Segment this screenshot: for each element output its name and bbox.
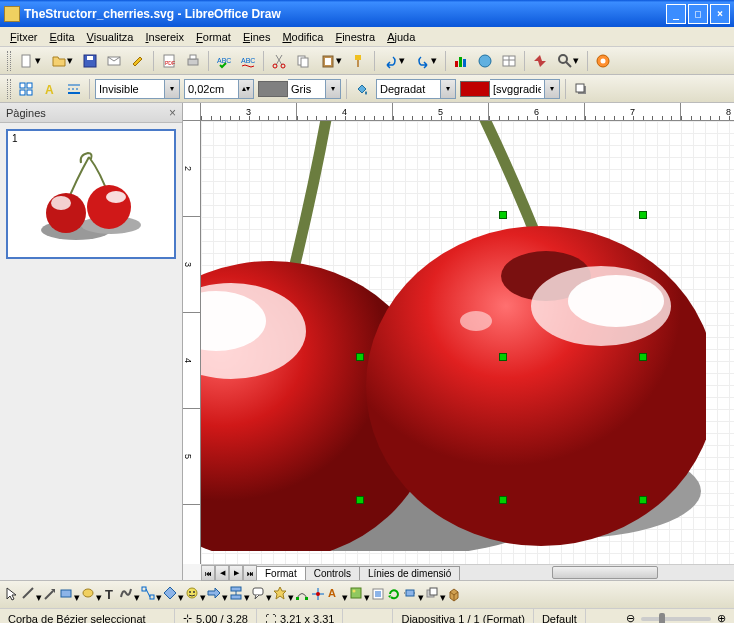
from-file-tool[interactable]: ▾ bbox=[348, 585, 370, 604]
pages-panel-title: Pàgines bbox=[6, 107, 46, 119]
save-button[interactable] bbox=[79, 50, 101, 72]
arrow-tool[interactable] bbox=[42, 586, 58, 604]
zoom-out-button[interactable]: ⊖ bbox=[626, 612, 635, 623]
ruler-horizontal[interactable]: 345678 bbox=[201, 103, 734, 121]
titlebar: TheStructorr_cherries.svg - LibreOffice … bbox=[0, 0, 734, 27]
last-page-button[interactable]: ⏭ bbox=[243, 565, 257, 581]
maximize-button[interactable]: □ bbox=[688, 4, 708, 24]
menu-finestra[interactable]: Finestra bbox=[329, 29, 381, 45]
tool-grid[interactable] bbox=[15, 78, 37, 100]
svg-rect-31 bbox=[27, 83, 32, 88]
star-tool[interactable]: ▾ bbox=[272, 585, 294, 604]
menu-modifica[interactable]: Modifica bbox=[276, 29, 329, 45]
status-slide[interactable]: Diapositiva 1 / 1 (Format) bbox=[393, 609, 533, 623]
curve-tool[interactable]: ▾ bbox=[118, 585, 140, 604]
spellcheck-auto-button[interactable]: ABC bbox=[237, 50, 259, 72]
status-style[interactable]: Default bbox=[534, 609, 586, 623]
ruler-vertical[interactable]: 2345 bbox=[183, 121, 201, 564]
arrange-tool[interactable]: ▾ bbox=[424, 585, 446, 604]
next-page-button[interactable]: ▶ bbox=[229, 565, 243, 581]
spellcheck-button[interactable]: ABC bbox=[213, 50, 235, 72]
menu-fitxer[interactable]: Fitxer bbox=[4, 29, 44, 45]
rectangle-tool[interactable]: ▾ bbox=[58, 585, 80, 604]
line-color-combo[interactable]: ▾ bbox=[258, 79, 341, 99]
align-tool[interactable]: ▾ bbox=[402, 585, 424, 604]
symbol-shapes-tool[interactable]: ▾ bbox=[184, 585, 206, 604]
navigator-button[interactable] bbox=[529, 50, 551, 72]
drawing-canvas[interactable] bbox=[201, 121, 734, 564]
gluepoints-tool[interactable] bbox=[310, 586, 326, 604]
zoom-slider[interactable] bbox=[641, 617, 711, 621]
table-button[interactable] bbox=[498, 50, 520, 72]
line-style-combo[interactable]: ▾ bbox=[95, 79, 180, 99]
pages-panel-close[interactable]: × bbox=[169, 106, 176, 120]
selection-handle[interactable] bbox=[499, 353, 507, 361]
basic-shapes-tool[interactable]: ▾ bbox=[162, 585, 184, 604]
redo-button[interactable]: ▾ bbox=[411, 50, 441, 72]
open-button[interactable]: ▾ bbox=[47, 50, 77, 72]
ellipse-tool[interactable]: ▾ bbox=[80, 585, 102, 604]
menu-edita[interactable]: Edita bbox=[44, 29, 81, 45]
selection-handle[interactable] bbox=[499, 211, 507, 219]
new-button[interactable]: ▾ bbox=[15, 50, 45, 72]
menu-eines[interactable]: Eines bbox=[237, 29, 277, 45]
zoom-in-button[interactable]: ⊕ bbox=[717, 612, 726, 623]
extrusion-tool[interactable] bbox=[446, 586, 462, 604]
flowchart-tool[interactable]: ▾ bbox=[228, 585, 250, 604]
line-width-combo[interactable]: ▴▾ bbox=[184, 79, 254, 99]
sheet-tab[interactable]: Línies de dimensió bbox=[359, 566, 460, 580]
copy-button[interactable] bbox=[292, 50, 314, 72]
shadow-button[interactable] bbox=[570, 78, 592, 100]
rotate-tool[interactable] bbox=[386, 586, 402, 604]
fill-type-combo[interactable]: ▾ bbox=[376, 79, 456, 99]
fill-name-combo[interactable]: ▾ bbox=[460, 79, 560, 99]
callout-tool[interactable]: ▾ bbox=[250, 585, 272, 604]
first-page-button[interactable]: ⏮ bbox=[201, 565, 215, 581]
page-thumbnail[interactable]: 1 bbox=[6, 129, 176, 259]
svg-point-80 bbox=[353, 590, 356, 593]
edit-button[interactable] bbox=[127, 50, 149, 72]
minimize-button[interactable]: _ bbox=[666, 4, 686, 24]
email-button[interactable] bbox=[103, 50, 125, 72]
prev-page-button[interactable]: ◀ bbox=[215, 565, 229, 581]
menu-ajuda[interactable]: Ajuda bbox=[381, 29, 421, 45]
menu-insereix[interactable]: Insereix bbox=[140, 29, 191, 45]
tool-a[interactable]: A bbox=[39, 78, 61, 100]
gallery-tool[interactable] bbox=[370, 586, 386, 604]
selection-handle[interactable] bbox=[356, 353, 364, 361]
fontwork-tool[interactable]: A▾ bbox=[326, 585, 348, 604]
cut-button[interactable] bbox=[268, 50, 290, 72]
menu-visualitza[interactable]: Visualitza bbox=[81, 29, 140, 45]
hyperlink-button[interactable] bbox=[474, 50, 496, 72]
selection-handle[interactable] bbox=[639, 496, 647, 504]
pdf-button[interactable]: PDF bbox=[158, 50, 180, 72]
fill-button[interactable] bbox=[351, 78, 373, 100]
size-icon: ⛶ bbox=[265, 613, 276, 624]
svg-rect-39 bbox=[576, 84, 584, 92]
line-tool[interactable]: ▾ bbox=[20, 585, 42, 604]
menu-format[interactable]: Format bbox=[190, 29, 237, 45]
help-button[interactable] bbox=[592, 50, 614, 72]
close-button[interactable]: × bbox=[710, 4, 730, 24]
svg-rect-61 bbox=[142, 587, 146, 591]
zoom-button[interactable]: ▾ bbox=[553, 50, 583, 72]
tool-line-style[interactable] bbox=[63, 78, 85, 100]
sheet-tab[interactable]: Controls bbox=[305, 566, 360, 580]
paste-button[interactable]: ▾ bbox=[316, 50, 346, 72]
selection-handle[interactable] bbox=[639, 211, 647, 219]
select-tool[interactable] bbox=[4, 586, 20, 604]
print-button[interactable] bbox=[182, 50, 204, 72]
scrollbar-horizontal[interactable] bbox=[460, 565, 734, 580]
selection-handle[interactable] bbox=[639, 353, 647, 361]
selection-handle[interactable] bbox=[356, 496, 364, 504]
arrow-shapes-tool[interactable]: ▾ bbox=[206, 585, 228, 604]
clone-format-button[interactable] bbox=[348, 50, 370, 72]
undo-button[interactable]: ▾ bbox=[379, 50, 409, 72]
svg-line-57 bbox=[45, 591, 53, 599]
text-tool[interactable]: T bbox=[102, 586, 118, 604]
chart-button[interactable] bbox=[450, 50, 472, 72]
selection-handle[interactable] bbox=[499, 496, 507, 504]
points-tool[interactable] bbox=[294, 586, 310, 604]
connector-tool[interactable]: ▾ bbox=[140, 585, 162, 604]
sheet-tab[interactable]: Format bbox=[256, 566, 306, 580]
